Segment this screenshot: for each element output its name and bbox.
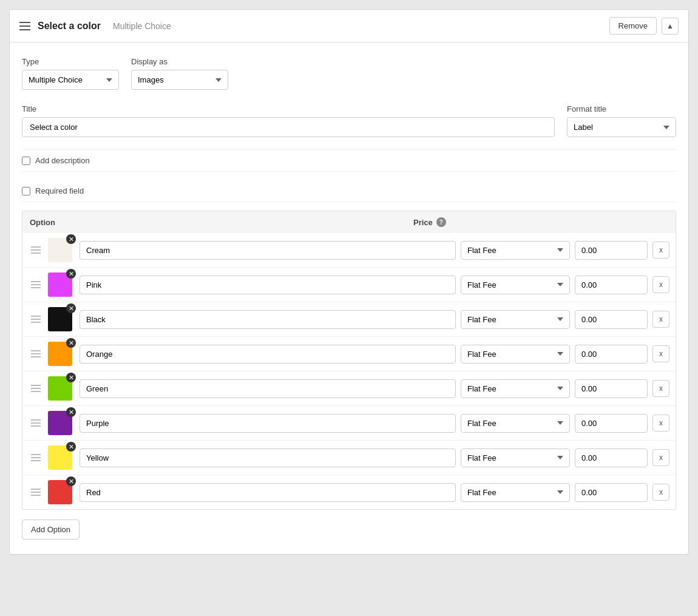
- price-type-select[interactable]: Flat Fee Percentage None: [461, 448, 570, 467]
- header-left: Select a color Multiple Choice: [19, 21, 171, 32]
- price-type-select[interactable]: Flat Fee Percentage None: [461, 414, 570, 433]
- remove-row-button[interactable]: x: [652, 415, 669, 432]
- price-type-select[interactable]: Flat Fee Percentage None: [461, 345, 570, 364]
- option-name-input[interactable]: [80, 448, 456, 467]
- required-field-label: Required field: [35, 186, 84, 195]
- add-description-row: Add description: [22, 149, 676, 172]
- display-select[interactable]: Images Swatches Dropdown Buttons: [131, 70, 228, 90]
- option-name-input[interactable]: [80, 310, 456, 329]
- type-display-row: Type Multiple Choice Single Choice Dropd…: [22, 57, 676, 90]
- option-name-input[interactable]: [80, 379, 456, 398]
- option-row: ✕ Flat Fee Percentage None x: [22, 441, 676, 475]
- checkboxes-section: Add description Required field: [22, 149, 676, 202]
- title-row: Title Format title Label None Bold: [22, 104, 676, 137]
- option-name-input[interactable]: [80, 483, 456, 502]
- remove-row-button[interactable]: x: [652, 242, 669, 259]
- option-row: ✕ Flat Fee Percentage None x: [22, 268, 676, 302]
- color-swatch-wrap: ✕: [48, 376, 72, 401]
- price-input[interactable]: [575, 414, 648, 433]
- required-field-row: Required field: [22, 180, 676, 202]
- add-description-label: Add description: [35, 156, 90, 165]
- remove-row-button[interactable]: x: [652, 449, 669, 466]
- header-subtitle: Multiple Choice: [113, 21, 171, 31]
- title-input-group: Title: [22, 104, 555, 137]
- remove-button[interactable]: Remove: [609, 17, 657, 35]
- drag-handle[interactable]: [29, 453, 43, 462]
- col-price-header: Price ?: [413, 217, 668, 227]
- swatch-remove-icon[interactable]: ✕: [66, 373, 76, 382]
- price-type-select[interactable]: Flat Fee Percentage None: [461, 276, 570, 294]
- drag-handle[interactable]: [29, 245, 43, 255]
- title-label: Title: [22, 104, 555, 113]
- col-option-header: Option: [30, 218, 413, 227]
- price-type-select[interactable]: Flat Fee Percentage None: [461, 310, 570, 329]
- price-input[interactable]: [575, 241, 648, 260]
- option-name-input[interactable]: [80, 345, 456, 364]
- header: Select a color Multiple Choice Remove ▲: [10, 10, 688, 42]
- color-swatch-wrap: ✕: [48, 272, 72, 297]
- option-row: ✕ Flat Fee Percentage None x: [22, 475, 676, 509]
- price-input[interactable]: [575, 483, 648, 502]
- remove-row-button[interactable]: x: [652, 380, 669, 397]
- swatch-remove-icon[interactable]: ✕: [66, 476, 76, 486]
- header-right: Remove ▲: [609, 17, 679, 35]
- add-description-checkbox[interactable]: [22, 157, 30, 165]
- color-swatch-wrap: ✕: [48, 445, 72, 470]
- option-row: ✕ Flat Fee Percentage None x: [22, 233, 676, 268]
- option-row: ✕ Flat Fee Percentage None x: [22, 371, 676, 406]
- option-row: ✕ Flat Fee Percentage None x: [22, 406, 676, 441]
- color-swatch-wrap: ✕: [48, 307, 72, 331]
- card-body: Type Multiple Choice Single Choice Dropd…: [10, 42, 688, 554]
- price-input[interactable]: [575, 345, 648, 364]
- option-name-input[interactable]: [80, 276, 456, 294]
- color-swatch-wrap: ✕: [48, 342, 72, 366]
- option-name-input[interactable]: [80, 241, 456, 260]
- type-group: Type Multiple Choice Single Choice Dropd…: [22, 57, 119, 90]
- menu-icon[interactable]: [19, 22, 30, 30]
- display-label: Display as: [131, 57, 228, 66]
- drag-handle[interactable]: [29, 349, 43, 359]
- price-input[interactable]: [575, 448, 648, 467]
- drag-handle[interactable]: [29, 418, 43, 428]
- price-input[interactable]: [575, 310, 648, 329]
- options-body: ✕ Flat Fee Percentage None x ✕ Flat Fee …: [22, 233, 676, 510]
- price-type-select[interactable]: Flat Fee Percentage None: [461, 379, 570, 398]
- format-group: Format title Label None Bold: [567, 104, 676, 137]
- options-section: Option Price ? ✕ Flat Fee Percentage No: [22, 211, 676, 540]
- format-select[interactable]: Label None Bold: [567, 117, 676, 137]
- option-row: ✕ Flat Fee Percentage None x: [22, 302, 676, 337]
- option-name-input[interactable]: [80, 414, 456, 433]
- title-input[interactable]: [22, 117, 555, 137]
- type-select[interactable]: Multiple Choice Single Choice Dropdown T…: [22, 70, 119, 90]
- price-type-select[interactable]: Flat Fee Percentage None: [461, 483, 570, 502]
- swatch-remove-icon[interactable]: ✕: [66, 269, 76, 279]
- drag-handle[interactable]: [29, 314, 43, 324]
- swatch-remove-icon[interactable]: ✕: [66, 338, 76, 348]
- drag-handle[interactable]: [29, 280, 43, 289]
- price-input[interactable]: [575, 276, 648, 294]
- price-type-select[interactable]: Flat Fee Percentage None: [461, 241, 570, 260]
- header-title: Select a color: [38, 21, 101, 32]
- required-field-checkbox[interactable]: [22, 187, 30, 195]
- option-row: ✕ Flat Fee Percentage None x: [22, 337, 676, 371]
- add-option-button[interactable]: Add Option: [22, 520, 80, 540]
- drag-handle[interactable]: [29, 384, 43, 393]
- remove-row-button[interactable]: x: [652, 276, 669, 293]
- color-swatch-wrap: ✕: [48, 238, 72, 262]
- remove-row-button[interactable]: x: [652, 484, 669, 501]
- swatch-remove-icon[interactable]: ✕: [66, 407, 76, 417]
- main-card: Select a color Multiple Choice Remove ▲ …: [9, 9, 689, 555]
- options-header: Option Price ?: [22, 211, 676, 233]
- format-label: Format title: [567, 104, 676, 113]
- swatch-remove-icon[interactable]: ✕: [66, 442, 76, 452]
- collapse-button[interactable]: ▲: [662, 18, 679, 35]
- price-info-icon: ?: [436, 217, 446, 227]
- price-input[interactable]: [575, 379, 648, 398]
- remove-row-button[interactable]: x: [652, 311, 669, 328]
- swatch-remove-icon[interactable]: ✕: [66, 303, 76, 313]
- drag-handle[interactable]: [29, 487, 43, 497]
- type-label: Type: [22, 57, 119, 66]
- swatch-remove-icon[interactable]: ✕: [66, 234, 76, 244]
- remove-row-button[interactable]: x: [652, 345, 669, 362]
- color-swatch-wrap: ✕: [48, 480, 72, 504]
